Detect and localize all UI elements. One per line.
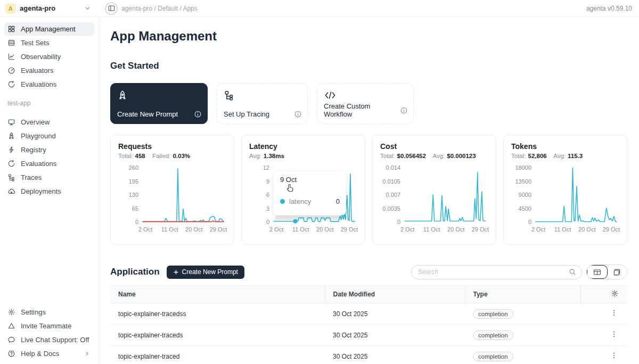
svg-text:11 Oct: 11 Oct [554, 226, 571, 233]
metric-stats: Total:$0.056452 Avg:$0.000123 [380, 153, 488, 159]
sidebar-item-observability[interactable]: Observability [4, 50, 94, 63]
gauge-icon [7, 67, 15, 75]
stat-value: 0.03% [173, 153, 190, 159]
monitor-icon [7, 118, 15, 126]
svg-text:13500: 13500 [515, 178, 531, 185]
column-settings[interactable] [580, 286, 627, 303]
plus-icon [173, 269, 179, 275]
stat-value: 1.38ms [264, 153, 284, 159]
tooltip-row: latency 0 [280, 197, 340, 205]
column-header-date-modified[interactable]: Date Modified [325, 286, 465, 303]
row-menu-button[interactable] [609, 329, 619, 341]
code-icon [324, 90, 337, 101]
svg-text:29 Oct: 29 Oct [341, 226, 358, 233]
create-new-prompt-button[interactable]: Create New Prompt [167, 266, 244, 279]
application-heading: Application [110, 267, 160, 277]
sidebar-item-evaluators[interactable]: Evaluators [4, 64, 94, 77]
chat-icon [7, 336, 15, 344]
sidebar-item-label: Test Sets [21, 39, 49, 47]
sync-icon [7, 160, 15, 168]
ellipsis-vertical-icon [610, 330, 618, 338]
sidebar-item-label: Observability [21, 53, 61, 61]
tokens-chart[interactable]: 04500900013500180002 Oct11 Oct20 Oct29 O… [511, 162, 620, 236]
info-icon[interactable] [294, 110, 302, 118]
svg-text:29 Oct: 29 Oct [210, 226, 227, 233]
sidebar-item-live-chat-support[interactable]: Live Chat Support: Off [4, 333, 94, 346]
svg-text:2 Oct: 2 Oct [400, 226, 414, 233]
sidebar-item-traces[interactable]: Traces [4, 171, 94, 184]
sidebar-item-label: Overview [21, 118, 50, 126]
workspace-avatar: A [5, 3, 16, 14]
app-name: topic-explainer-traced [110, 346, 325, 364]
column-header-type[interactable]: Type [465, 286, 580, 303]
sidebar-item-evaluations[interactable]: Evaluations [4, 78, 94, 91]
sidebar-item-invite-teammate[interactable]: Invite Teammate [4, 319, 94, 333]
sidebar-bottom-nav: Settings Invite Teammate Live Chat Suppo… [0, 305, 99, 361]
info-icon[interactable] [194, 110, 202, 118]
svg-text:0: 0 [397, 219, 400, 225]
row-menu-button[interactable] [609, 351, 619, 362]
requests-chart[interactable]: 0651301952602 Oct11 Oct20 Oct29 Oct [118, 162, 227, 236]
row-menu-button[interactable] [609, 308, 619, 319]
sidebar-item-test-sets[interactable]: Test Sets [4, 36, 94, 49]
svg-text:3: 3 [266, 205, 269, 212]
ellipsis-vertical-icon [610, 309, 618, 317]
sidebar-item-evaluations-app[interactable]: Evaluations [4, 157, 94, 170]
stat-label: Failed: [152, 153, 171, 159]
sidebar-item-registry[interactable]: Registry [4, 143, 94, 156]
sidebar-item-label: Evaluations [21, 160, 56, 168]
sidebar-item-label: Registry [21, 146, 46, 154]
legend-dot-icon [280, 199, 285, 204]
sidebar-item-overview[interactable]: Overview [4, 115, 94, 129]
sidebar-toggle-icon [108, 4, 116, 12]
table-row[interactable]: topic-explainer-tracedss 30 Oct 2025 com… [110, 303, 627, 325]
cloud-icon [7, 187, 15, 195]
set-up-tracing-card[interactable]: Set Up Tracing [217, 83, 308, 124]
svg-text:9: 9 [266, 178, 269, 185]
view-toggle [586, 264, 627, 279]
button-label: Create New Prompt [182, 268, 238, 276]
create-custom-workflow-card[interactable]: Create Custom Workflow [317, 83, 414, 124]
svg-text:20 Oct: 20 Oct [185, 226, 202, 233]
metric-card-tokens: Tokens Total:52,806 Avg:115.3 0450090001… [503, 135, 627, 245]
ellipsis-vertical-icon [610, 352, 618, 359]
svg-text:2 Oct: 2 Oct [138, 226, 152, 233]
line-chart-icon [7, 53, 15, 61]
workspace-switcher[interactable]: A agenta-pro [0, 0, 99, 17]
app-date-modified: 30 Oct 2025 [325, 325, 465, 346]
table-row[interactable]: topic-explainer-traceds 30 Oct 2025 comp… [110, 325, 627, 346]
sidebar-item-deployments[interactable]: Deployments [4, 185, 94, 198]
card-view-button[interactable] [608, 265, 627, 279]
cost-chart[interactable]: 00.00350.0070.01050.0142 Oct11 Oct20 Oct… [380, 162, 489, 236]
sidebar-item-label: Traces [21, 173, 42, 181]
svg-text:65: 65 [132, 205, 138, 212]
search-icon[interactable] [569, 268, 576, 276]
table-view-button[interactable] [587, 265, 608, 279]
svg-text:260: 260 [129, 164, 138, 171]
sidebar-item-help-docs[interactable]: Help & Docs [4, 347, 94, 360]
svg-text:0.0105: 0.0105 [382, 178, 400, 185]
breadcrumb[interactable]: agenta-pro / Default / Apps [121, 5, 198, 12]
table-row[interactable]: topic-explainer-traced 30 Oct 2025 compl… [110, 346, 627, 364]
svg-text:0: 0 [266, 219, 269, 225]
sidebar-item-app-management[interactable]: App Management [4, 22, 94, 36]
help-icon [7, 350, 15, 358]
chevron-right-icon [83, 350, 91, 358]
trace-icon [224, 90, 234, 101]
sidebar-collapse-button[interactable] [105, 2, 118, 15]
rocket-icon [117, 90, 128, 101]
app-name: topic-explainer-tracedss [110, 303, 325, 325]
sidebar-item-playground[interactable]: Playground [4, 129, 94, 143]
get-started-cards: Create New Prompt Set Up Tracing Create … [110, 83, 627, 124]
svg-text:195: 195 [129, 178, 138, 185]
search-input[interactable] [418, 268, 569, 276]
metric-card-latency: Latency Avg:1.38ms 0369122 Oct11 Oct20 O… [241, 135, 365, 245]
sidebar-item-label: Help & Docs [21, 350, 59, 358]
info-icon[interactable] [400, 106, 408, 114]
sidebar-item-settings[interactable]: Settings [4, 305, 94, 319]
create-new-prompt-card[interactable]: Create New Prompt [110, 83, 208, 124]
workspace-name: agenta-pro [20, 4, 55, 12]
column-header-name[interactable]: Name [110, 286, 325, 303]
topbar: A agenta-pro agenta-pro / Default / Apps… [0, 0, 639, 17]
svg-text:9000: 9000 [519, 192, 531, 198]
